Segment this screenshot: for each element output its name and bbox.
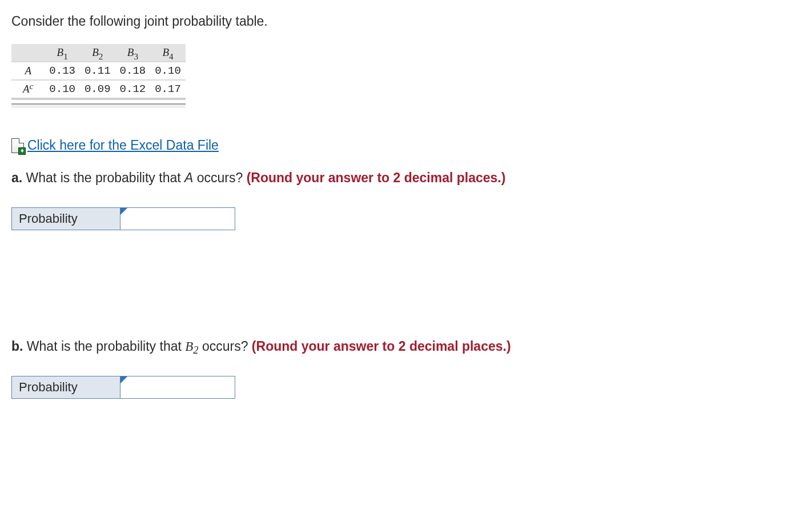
cell: 0.10 (45, 80, 80, 99)
question-b-hint: (Round your answer to 2 decimal places.) (252, 339, 511, 354)
question-b-label: b. (11, 339, 23, 354)
excel-data-file-link[interactable]: Click here for the Excel Data File (27, 138, 219, 153)
col-header-b4: B4 (150, 44, 186, 62)
answer-b-input-cell[interactable] (120, 376, 235, 398)
cell: 0.17 (150, 80, 186, 99)
answer-a-label: Probability (12, 208, 120, 230)
probability-table-wrap: B1 B2 B3 B4 A (11, 44, 186, 108)
cell: 0.18 (115, 62, 151, 80)
question-b-var: B2 (185, 339, 198, 354)
table-row: A 0.13 0.11 0.18 0.10 (11, 62, 186, 80)
cell: 0.11 (80, 62, 115, 80)
table-row: Ac 0.10 0.09 0.12 0.17 (11, 80, 186, 99)
table-header-row: B1 B2 B3 B4 (11, 44, 186, 62)
input-flag-icon (120, 208, 127, 215)
question-a-text-before: What is the probability that (22, 170, 184, 185)
answer-b-label: Probability (12, 376, 120, 398)
answer-a-input[interactable] (120, 208, 235, 230)
cell: 0.12 (115, 80, 151, 99)
question-a-hint: (Round your answer to 2 decimal places.) (247, 170, 506, 185)
question-a-text-after: occurs? (193, 170, 246, 185)
question-a-var: A (184, 170, 193, 185)
question-b: b. What is the probability that B2 occur… (11, 339, 801, 354)
excel-file-icon (11, 138, 24, 153)
answer-b-row: Probability (11, 376, 235, 399)
input-flag-icon (120, 376, 127, 383)
intro-text: Consider the following joint probability… (11, 14, 801, 29)
answer-a-row: Probability (11, 207, 235, 230)
row-label-ac: Ac (11, 80, 45, 99)
col-header-b1: B1 (45, 44, 80, 62)
cell: 0.13 (45, 62, 80, 80)
probability-table: B1 B2 B3 B4 A (11, 44, 186, 100)
excel-link-row: Click here for the Excel Data File (11, 138, 801, 153)
cell: 0.09 (80, 80, 115, 99)
table-header-blank (11, 44, 45, 62)
col-header-b2: B2 (80, 44, 115, 62)
col-header-b3: B3 (115, 44, 151, 62)
question-a-label: a. (11, 170, 22, 185)
question-b-text-before: What is the probability that (23, 339, 185, 354)
spacer (11, 230, 801, 322)
answer-a-input-cell[interactable] (120, 208, 235, 230)
page-root: Consider the following joint probability… (0, 0, 812, 412)
row-label-a: A (11, 62, 45, 80)
question-b-text-after: occurs? (199, 339, 252, 354)
question-a: a. What is the probability that A occurs… (11, 170, 801, 186)
cell: 0.10 (150, 62, 186, 80)
answer-b-input[interactable] (120, 376, 235, 398)
